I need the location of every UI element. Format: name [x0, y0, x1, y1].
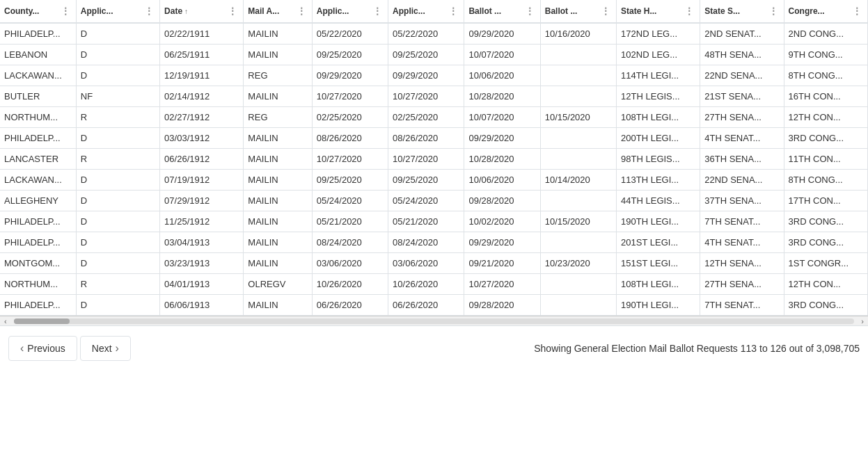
col-header-stateh[interactable]: State H... ⋮	[617, 0, 700, 23]
col-menu-icon-states[interactable]: ⋮	[767, 6, 780, 17]
cell-applic2-4: 02/25/2020	[312, 107, 388, 128]
col-label-applic3: Applic...	[393, 6, 425, 16]
col-label-ballot1: Ballot ...	[468, 6, 501, 16]
cell-county-12: NORTHUM...	[0, 274, 76, 295]
cell-ballot2-6	[540, 149, 616, 170]
scroll-right-arrow[interactable]: ›	[858, 317, 867, 325]
cell-mail-13: MAILIN	[244, 295, 312, 316]
table-row: ALLEGHENYD07/29/1912MAILIN05/24/202005/2…	[0, 191, 868, 211]
cell-ballot2-0: 10/16/2020	[540, 23, 616, 45]
cell-mail-8: MAILIN	[244, 191, 312, 211]
cell-county-7: LACKAWAN...	[0, 170, 76, 191]
cell-applic1-5: D	[76, 128, 159, 149]
cell-date-13: 06/06/1913	[160, 295, 244, 316]
col-header-mail[interactable]: Mail A... ⋮	[244, 0, 312, 23]
cell-applic2-9: 05/21/2020	[312, 211, 388, 232]
previous-button[interactable]: ‹ Previous	[8, 336, 77, 361]
cell-ballot1-7: 10/06/2020	[464, 170, 540, 191]
cell-applic3-11: 03/06/2020	[388, 253, 464, 274]
cell-states-11: 12TH SENA...	[700, 253, 784, 274]
cell-applic1-9: D	[76, 211, 159, 232]
cell-ballot1-3: 10/28/2020	[464, 86, 540, 107]
cell-states-0: 2ND SENAT...	[700, 23, 784, 45]
scroll-left-arrow[interactable]: ‹	[1, 317, 10, 325]
cell-ballot1-1: 10/07/2020	[464, 45, 540, 65]
cell-ballot1-4: 10/07/2020	[464, 107, 540, 128]
cell-stateh-1: 102ND LEG...	[617, 45, 700, 65]
cell-county-0: PHILADELP...	[0, 23, 76, 45]
sort-asc-icon: ↑	[184, 8, 188, 15]
cell-ballot2-7: 10/14/2020	[540, 170, 616, 191]
col-menu-icon-county[interactable]: ⋮	[59, 6, 72, 17]
col-menu-icon-date[interactable]: ⋮	[226, 6, 239, 17]
col-header-date[interactable]: Date ↑ ⋮	[160, 0, 244, 23]
col-header-county[interactable]: County... ⋮	[0, 0, 76, 23]
cell-congre-13: 3RD CONG...	[784, 295, 867, 316]
cell-stateh-6: 98TH LEGIS...	[617, 149, 700, 170]
col-header-states[interactable]: State S... ⋮	[700, 0, 784, 23]
cell-applic3-5: 08/26/2020	[388, 128, 464, 149]
cell-congre-1: 9TH CONG...	[784, 45, 867, 65]
cell-applic3-9: 05/21/2020	[388, 211, 464, 232]
cell-applic1-11: D	[76, 253, 159, 274]
cell-date-10: 03/04/1913	[160, 232, 244, 253]
col-menu-icon-applic2[interactable]: ⋮	[371, 6, 384, 17]
cell-applic1-7: D	[76, 170, 159, 191]
col-label-applic2: Applic...	[317, 6, 349, 16]
cell-applic2-7: 09/25/2020	[312, 170, 388, 191]
cell-applic3-13: 06/26/2020	[388, 295, 464, 316]
scrollbar-thumb[interactable]	[14, 318, 70, 324]
cell-ballot2-12	[540, 274, 616, 295]
col-menu-icon-mail[interactable]: ⋮	[295, 6, 308, 17]
table-row: LACKAWAN...D07/19/1912MAILIN09/25/202009…	[0, 170, 868, 191]
cell-applic3-3: 10/27/2020	[388, 86, 464, 107]
cell-applic3-2: 09/29/2020	[388, 65, 464, 86]
cell-ballot1-6: 10/28/2020	[464, 149, 540, 170]
cell-date-8: 07/29/1912	[160, 191, 244, 211]
next-button[interactable]: Next ›	[80, 336, 131, 361]
cell-states-12: 27TH SENA...	[700, 274, 784, 295]
cell-states-13: 7TH SENAT...	[700, 295, 784, 316]
cell-ballot1-12: 10/27/2020	[464, 274, 540, 295]
cell-states-8: 37TH SENA...	[700, 191, 784, 211]
col-menu-icon-ballot1[interactable]: ⋮	[523, 6, 536, 17]
table-header-row: County... ⋮ Applic... ⋮ Date ↑ ⋮ Ma	[0, 0, 868, 23]
col-menu-icon-stateh[interactable]: ⋮	[683, 6, 695, 17]
cell-stateh-12: 108TH LEGI...	[617, 274, 700, 295]
col-menu-icon-applic1[interactable]: ⋮	[143, 6, 155, 17]
cell-county-5: PHILADELP...	[0, 128, 76, 149]
col-menu-icon-applic3[interactable]: ⋮	[447, 6, 459, 17]
col-header-applic1[interactable]: Applic... ⋮	[76, 0, 159, 23]
col-menu-icon-congre[interactable]: ⋮	[851, 6, 863, 17]
col-header-applic2[interactable]: Applic... ⋮	[312, 0, 388, 23]
cell-applic3-10: 08/24/2020	[388, 232, 464, 253]
cell-county-9: PHILADELP...	[0, 211, 76, 232]
cell-mail-11: MAILIN	[244, 253, 312, 274]
col-header-applic3[interactable]: Applic... ⋮	[388, 0, 464, 23]
cell-mail-9: MAILIN	[244, 211, 312, 232]
col-menu-icon-ballot2[interactable]: ⋮	[599, 6, 612, 17]
cell-applic3-1: 09/25/2020	[388, 45, 464, 65]
table-row: NORTHUM...R04/01/1913OLREGV10/26/202010/…	[0, 274, 868, 295]
table-row: PHILADELP...D02/22/1911MAILIN05/22/20200…	[0, 23, 868, 45]
cell-stateh-0: 172ND LEG...	[617, 23, 700, 45]
horizontal-scrollbar[interactable]: ‹ ›	[0, 316, 868, 325]
cell-states-7: 22ND SENA...	[700, 170, 784, 191]
cell-mail-1: MAILIN	[244, 45, 312, 65]
table-row: NORTHUM...R02/27/1912REG02/25/202002/25/…	[0, 107, 868, 128]
col-label-states: State S...	[704, 6, 740, 16]
cell-county-11: MONTGOM...	[0, 253, 76, 274]
col-header-congre[interactable]: Congre... ⋮	[784, 0, 867, 23]
cell-ballot2-9: 10/15/2020	[540, 211, 616, 232]
cell-states-3: 21ST SENA...	[700, 86, 784, 107]
cell-county-1: LEBANON	[0, 45, 76, 65]
col-label-stateh: State H...	[621, 6, 656, 16]
cell-ballot1-11: 09/21/2020	[464, 253, 540, 274]
cell-mail-7: MAILIN	[244, 170, 312, 191]
col-header-ballot1[interactable]: Ballot ... ⋮	[464, 0, 540, 23]
cell-applic2-13: 06/26/2020	[312, 295, 388, 316]
cell-county-4: NORTHUM...	[0, 107, 76, 128]
col-header-ballot2[interactable]: Ballot ... ⋮	[540, 0, 616, 23]
table-row: LEBANOND06/25/1911MAILIN09/25/202009/25/…	[0, 45, 868, 65]
cell-county-3: BUTLER	[0, 86, 76, 107]
